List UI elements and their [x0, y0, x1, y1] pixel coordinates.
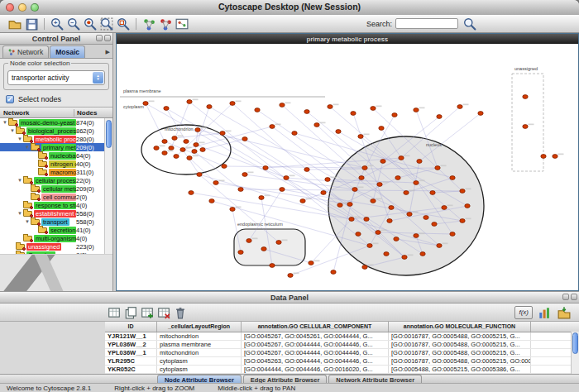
- table-cell[interactable]: YKR052C: [105, 366, 157, 373]
- tab-network[interactable]: Network: [2, 45, 49, 58]
- close-panel-button[interactable]: [571, 294, 577, 300]
- tree-scrollbar-thumb[interactable]: [106, 120, 112, 148]
- expand-toggle-icon[interactable]: ▼: [17, 135, 23, 143]
- network-node[interactable]: [394, 237, 399, 241]
- network-node[interactable]: [450, 176, 455, 180]
- network-node[interactable]: [270, 125, 275, 129]
- network-node[interactable]: [541, 155, 546, 159]
- expand-toggle-icon[interactable]: ▼: [2, 118, 8, 127]
- network-node[interactable]: [399, 156, 404, 160]
- tree-item-secretion[interactable]: secretion41(0): [0, 226, 104, 234]
- table-cell[interactable]: cytoplasm: [157, 366, 242, 373]
- network-node[interactable]: [189, 191, 194, 195]
- column-header[interactable]: ID: [105, 322, 157, 332]
- network-node[interactable]: [300, 199, 305, 203]
- network-node[interactable]: [192, 150, 197, 154]
- network-node[interactable]: [162, 151, 167, 155]
- delete-attribute-icon[interactable]: [157, 306, 170, 319]
- network-node[interactable]: [442, 206, 447, 210]
- network-node[interactable]: [404, 191, 409, 195]
- tree-item-cellular-metabo[interactable]: cellular metabo...209(0): [0, 184, 104, 193]
- network-node[interactable]: [364, 218, 369, 222]
- network-node[interactable]: [380, 160, 385, 164]
- network-node[interactable]: [359, 176, 364, 180]
- network-node[interactable]: [553, 155, 557, 159]
- network-node[interactable]: [246, 239, 251, 243]
- network-node[interactable]: [143, 102, 148, 106]
- network-node[interactable]: [200, 148, 205, 152]
- tree-item-metabolic-process[interactable]: ▼metabolic process280(0): [0, 135, 104, 143]
- network-node[interactable]: [478, 112, 483, 116]
- network-node[interactable]: [172, 136, 177, 141]
- network-node[interactable]: [402, 256, 407, 260]
- network-view-titlebar[interactable]: primary metabolic process: [117, 34, 578, 44]
- network-node[interactable]: [284, 176, 289, 180]
- tree-item-primary-metab[interactable]: ▼primary metab...209(0): [0, 143, 104, 151]
- network-node[interactable]: [195, 128, 200, 132]
- network-node[interactable]: [174, 155, 179, 159]
- network-node[interactable]: [430, 191, 435, 195]
- network-node[interactable]: [523, 95, 528, 99]
- network-canvas[interactable]: plasma membranecytoplasmmitochondrionnuc…: [117, 44, 578, 290]
- table-cell[interactable]: [GO:0005488, GO:0005215, GO:0005386, G..…: [389, 366, 531, 373]
- network-node[interactable]: [162, 140, 167, 144]
- network-node[interactable]: [336, 130, 341, 134]
- network-node[interactable]: [432, 222, 437, 227]
- table-cell[interactable]: [GO:0045263, GO:0044444, GO:0044446, G..…: [242, 357, 389, 365]
- tree-item-mosaic-demo-yeast[interactable]: ▼mosaic-demo-yeast874(0): [0, 118, 104, 127]
- zoom-region-icon[interactable]: [117, 17, 130, 31]
- network-node[interactable]: [392, 113, 397, 117]
- open-network-icon[interactable]: [8, 17, 22, 31]
- network-node[interactable]: [209, 199, 214, 203]
- network-node[interactable]: [460, 189, 465, 194]
- node-color-dropdown[interactable]: transporter activity ▲▼: [7, 70, 105, 85]
- network-node[interactable]: [367, 244, 372, 248]
- tree-item-response-to-stimul[interactable]: response to stimul...4(0): [0, 201, 104, 209]
- table-cell[interactable]: [GO:0045267, GO:0044444, GO:0044446, G..…: [242, 349, 389, 356]
- save-session-icon[interactable]: [25, 17, 38, 31]
- network-node[interactable]: [314, 123, 319, 127]
- network-node[interactable]: [270, 264, 275, 268]
- network-node[interactable]: [356, 232, 361, 237]
- table-cell[interactable]: [GO:0045267, GO:0045261, GO:0044444, G..…: [242, 332, 389, 340]
- close-panel-button[interactable]: [104, 35, 111, 41]
- network-node[interactable]: [423, 216, 428, 220]
- tree-header-network[interactable]: Network: [0, 109, 74, 117]
- network-node[interactable]: [242, 173, 247, 177]
- network-node[interactable]: [263, 166, 268, 170]
- destroy-network-view-icon[interactable]: [159, 17, 172, 31]
- network-node[interactable]: [325, 178, 330, 182]
- network-node[interactable]: [261, 247, 266, 251]
- tree-item-unassigned[interactable]: unassigned223(0): [0, 242, 104, 251]
- zoom-in-icon[interactable]: +: [50, 17, 64, 31]
- network-node[interactable]: [371, 199, 376, 203]
- network-node[interactable]: [238, 251, 243, 255]
- expand-toggle-icon[interactable]: ▼: [9, 127, 16, 135]
- network-node[interactable]: [387, 219, 392, 223]
- network-node[interactable]: [280, 103, 285, 108]
- search-options-icon[interactable]: [463, 17, 476, 31]
- network-node[interactable]: [437, 244, 442, 248]
- network-node[interactable]: [321, 191, 326, 195]
- float-panel-button[interactable]: [96, 35, 103, 41]
- tree-header-nodes[interactable]: Nodes: [74, 109, 112, 117]
- table-cell[interactable]: [GO:0045267, GO:0044444, GO:0044446, G..…: [242, 341, 389, 348]
- table-row[interactable]: YKR052Ccytoplasm[GO:0044444, GO:0044446,…: [105, 366, 579, 374]
- zoom-fit-icon[interactable]: [100, 17, 113, 31]
- network-node[interactable]: [362, 265, 367, 270]
- column-header[interactable]: _cellularLayoutRegion: [157, 322, 242, 332]
- table-row[interactable]: YLR295Ccytoplasm[GO:0045263, GO:0044444,…: [105, 357, 579, 366]
- tab-overflow-arrow-icon[interactable]: ▶: [106, 49, 110, 55]
- network-edge[interactable]: [223, 133, 350, 204]
- network-node[interactable]: [197, 173, 202, 177]
- network-node[interactable]: [362, 166, 367, 170]
- table-cell[interactable]: cytoplasm: [157, 357, 242, 365]
- column-header[interactable]: annotation.GO MOLECULAR_FUNCTION: [389, 322, 531, 332]
- network-node[interactable]: [220, 131, 225, 136]
- table-cell[interactable]: YJR121W__1: [105, 332, 157, 340]
- network-node[interactable]: [238, 188, 243, 192]
- table-scrollbar-thumb[interactable]: [572, 332, 578, 354]
- expand-toggle-icon[interactable]: ▼: [17, 209, 23, 218]
- table-cell[interactable]: YPL036W__1: [105, 349, 157, 356]
- table-row[interactable]: YPL036W__1mitochondrion[GO:0045267, GO:0…: [105, 349, 579, 357]
